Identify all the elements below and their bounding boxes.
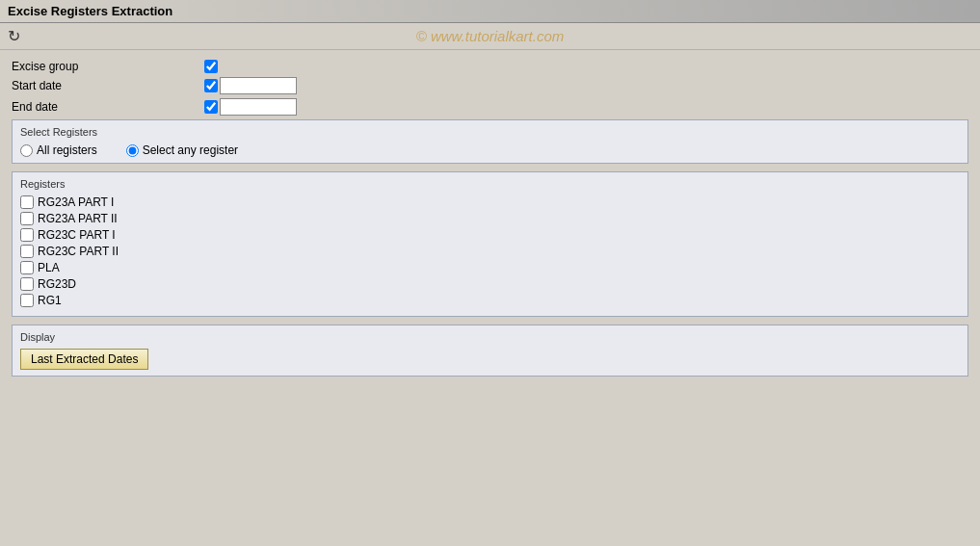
excise-group-checkbox[interactable] — [204, 60, 218, 73]
start-date-input — [204, 77, 297, 94]
end-date-checkbox[interactable] — [204, 100, 218, 114]
rg23c-part-ii-option[interactable]: RG23C PART II — [20, 245, 960, 258]
start-date-row: Start date — [12, 77, 968, 94]
end-date-field[interactable] — [220, 98, 297, 116]
rg23c-part-i-option[interactable]: RG23C PART I — [20, 228, 960, 242]
excise-group-label: Excise group — [12, 60, 204, 73]
rg23a-part-ii-option[interactable]: RG23A PART II — [20, 212, 960, 225]
pla-label: PLA — [38, 261, 60, 274]
rg23a-part-i-option[interactable]: RG23A PART I — [20, 195, 960, 209]
pla-option[interactable]: PLA — [20, 261, 960, 274]
rg23d-checkbox[interactable] — [20, 277, 34, 291]
rg23a-part-ii-checkbox[interactable] — [20, 212, 34, 225]
rg23a-part-ii-label: RG23A PART II — [38, 212, 118, 225]
excise-group-input — [204, 60, 218, 73]
rg1-option[interactable]: RG1 — [20, 294, 960, 307]
all-registers-option[interactable]: All registers — [20, 143, 97, 157]
all-registers-label: All registers — [37, 143, 97, 157]
clock-icon: ↻ — [8, 27, 20, 45]
register-radio-group: All registers Select any register — [20, 143, 960, 157]
rg23a-part-i-checkbox[interactable] — [20, 195, 34, 209]
start-date-checkbox[interactable] — [204, 79, 218, 92]
pla-checkbox[interactable] — [20, 261, 34, 274]
select-registers-section: Select Registers All registers Select an… — [12, 119, 968, 164]
select-any-register-radio[interactable] — [126, 144, 139, 157]
all-registers-radio[interactable] — [20, 144, 33, 157]
main-content: Excise group Start date End date Select … — [0, 50, 980, 394]
display-title: Display — [20, 331, 960, 343]
excise-group-row: Excise group — [12, 60, 968, 73]
rg23c-part-i-checkbox[interactable] — [20, 228, 34, 242]
app-title: Excise Registers Extraction — [8, 4, 172, 18]
select-registers-title: Select Registers — [20, 126, 960, 138]
title-bar: Excise Registers Extraction — [0, 0, 980, 23]
rg23a-part-i-label: RG23A PART I — [38, 195, 114, 209]
rg23c-part-i-label: RG23C PART I — [38, 228, 116, 242]
end-date-input — [204, 98, 297, 116]
end-date-row: End date — [12, 98, 968, 116]
end-date-label: End date — [12, 100, 204, 114]
rg23c-part-ii-label: RG23C PART II — [38, 245, 119, 258]
start-date-field[interactable] — [220, 77, 297, 94]
rg23d-option[interactable]: RG23D — [20, 277, 960, 291]
last-extracted-dates-button[interactable]: Last Extracted Dates — [20, 349, 148, 370]
rg1-label: RG1 — [38, 294, 62, 307]
rg1-checkbox[interactable] — [20, 294, 34, 307]
watermark: © www.tutorialkart.com — [416, 28, 565, 44]
rg23d-label: RG23D — [38, 277, 76, 291]
rg23c-part-ii-checkbox[interactable] — [20, 245, 34, 258]
select-any-register-label: Select any register — [143, 143, 238, 157]
display-section: Display Last Extracted Dates — [12, 325, 968, 377]
start-date-label: Start date — [12, 79, 204, 92]
select-any-register-option[interactable]: Select any register — [126, 143, 238, 157]
registers-section: Registers RG23A PART I RG23A PART II RG2… — [12, 171, 968, 317]
registers-title: Registers — [20, 178, 960, 190]
toolbar: ↻ © www.tutorialkart.com — [0, 23, 980, 50]
